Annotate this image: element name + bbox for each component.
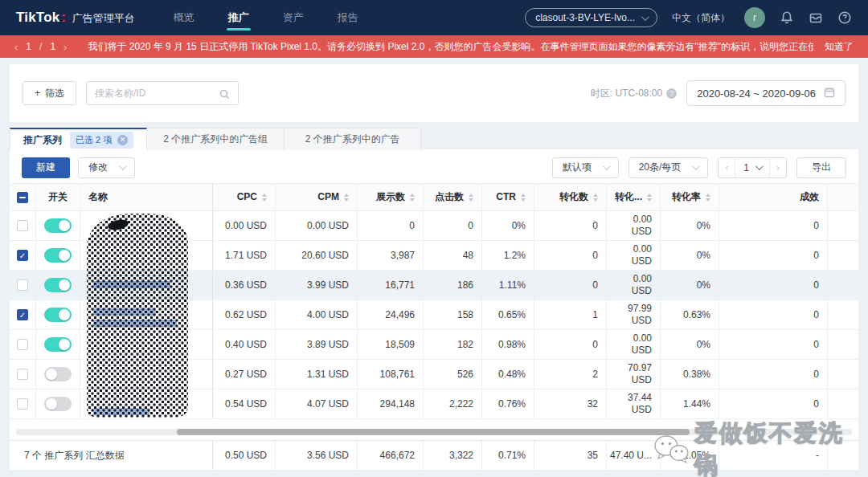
- row-select-cell: ✓: [10, 300, 36, 329]
- brand-logo[interactable]: TikTok : 广告管理平台: [16, 10, 135, 26]
- column-header-impressions[interactable]: 展示数: [358, 184, 424, 210]
- table-header: 开关 名称 CPC CPM 展示数 点击数 CTR 转化数 转化... 转化率 …: [10, 183, 858, 211]
- sort-icon[interactable]: [593, 194, 598, 202]
- cell-ctr: 0%: [482, 211, 534, 240]
- bell-icon[interactable]: [780, 10, 794, 25]
- help-icon[interactable]: [837, 10, 852, 25]
- banner-next-icon[interactable]: ›: [63, 41, 67, 53]
- page-select[interactable]: 1: [735, 158, 770, 177]
- nav-item-assets[interactable]: 资产: [283, 0, 304, 35]
- cell-clicks: 526: [424, 360, 482, 389]
- cell-conversions: 0: [534, 330, 607, 359]
- nav-item-promotion[interactable]: 推广: [228, 0, 249, 35]
- cell-conversions: 32: [534, 389, 607, 418]
- language-selector[interactable]: 中文（简体）: [672, 11, 730, 25]
- date-range-picker[interactable]: 2020-08-24 ~ 2020-09-06: [686, 80, 845, 106]
- row-checkbox[interactable]: [17, 398, 28, 410]
- sort-icon[interactable]: [706, 194, 710, 202]
- banner-message: 我们将于 2020 年 9 月 15 日正式停用 TikTok Pixel 1.…: [88, 40, 813, 54]
- status-toggle[interactable]: [44, 367, 72, 381]
- plus-icon: +: [35, 88, 40, 99]
- prev-page-icon[interactable]: ‹: [719, 158, 735, 177]
- sort-icon[interactable]: [344, 194, 349, 202]
- row-checkbox[interactable]: ✓: [17, 250, 28, 261]
- banner-prev-icon[interactable]: ‹: [14, 41, 18, 53]
- row-select-cell: [10, 389, 36, 418]
- row-checkbox[interactable]: [17, 339, 28, 350]
- column-header-results: 成效: [719, 184, 828, 210]
- info-icon[interactable]: ?: [666, 88, 677, 99]
- cell-cpc: 0.00 USD: [213, 211, 276, 240]
- banner-page-separator: /: [39, 41, 42, 52]
- status-toggle[interactable]: [44, 397, 72, 411]
- cell-cpc: 1.71 USD: [213, 241, 276, 270]
- search-input[interactable]: [95, 88, 207, 99]
- cell-blank: [828, 389, 858, 418]
- row-checkbox[interactable]: ✓: [17, 309, 28, 320]
- row-checkbox[interactable]: [17, 220, 28, 231]
- sort-icon[interactable]: [262, 194, 267, 202]
- cell-cpm: 4.00 USD: [276, 300, 358, 329]
- status-toggle[interactable]: [44, 218, 72, 233]
- add-filter-button[interactable]: + 筛选: [23, 81, 76, 105]
- column-header-cpa[interactable]: 转化...: [607, 184, 661, 210]
- cell-result: 0: [719, 211, 828, 240]
- censored-name-column: [87, 214, 188, 418]
- column-header-cpc[interactable]: CPC: [213, 184, 276, 210]
- status-toggle[interactable]: [44, 278, 72, 292]
- cell-cpc: 0.27 USD: [213, 360, 276, 389]
- sort-icon[interactable]: [647, 194, 652, 202]
- cell-cpm: 3.89 USD: [276, 330, 358, 359]
- date-range-value: 2020-08-24 ~ 2020-09-06: [697, 88, 816, 100]
- cell-clicks: 186: [424, 271, 482, 300]
- clear-selection-icon[interactable]: ✕: [117, 135, 128, 145]
- tab-campaigns[interactable]: 推广系列 已选 2 项 ✕: [10, 128, 147, 150]
- row-checkbox[interactable]: [17, 369, 28, 380]
- cell-cpa: 0.00 USD: [607, 211, 661, 240]
- sort-icon[interactable]: [469, 194, 473, 202]
- cell-result: 0: [719, 330, 828, 359]
- cell-impressions: 24,496: [358, 300, 424, 329]
- row-checkbox[interactable]: [17, 279, 28, 291]
- page-size-dropdown[interactable]: 20条/每页: [628, 157, 709, 178]
- cell-impressions: 3,987: [358, 241, 424, 270]
- status-toggle[interactable]: [44, 337, 72, 352]
- column-header-cpm[interactable]: CPM: [276, 184, 358, 210]
- column-preset-dropdown[interactable]: 默认项: [552, 157, 619, 178]
- cell-cpa: 0.00 USD: [607, 330, 661, 359]
- banner-dismiss-button[interactable]: 知道了: [825, 40, 854, 54]
- horizontal-scrollbar-thumb[interactable]: [177, 429, 690, 435]
- next-page-icon[interactable]: ›: [770, 158, 786, 177]
- avatar[interactable]: r: [744, 7, 765, 28]
- column-header-conversions[interactable]: 转化数: [534, 184, 607, 210]
- search-icon[interactable]: [219, 88, 230, 99]
- column-header-ctr[interactable]: CTR: [482, 184, 534, 210]
- sort-icon[interactable]: [410, 194, 415, 202]
- column-header-cvr[interactable]: 转化率: [661, 184, 719, 210]
- cell-impressions: 0: [358, 211, 424, 240]
- tab-ads[interactable]: 2 个推广系列中的广告: [285, 128, 421, 150]
- status-toggle[interactable]: [44, 248, 72, 263]
- modify-dropdown[interactable]: 修改: [78, 157, 135, 178]
- export-button[interactable]: 导出: [796, 157, 846, 178]
- tab-adgroups[interactable]: 2 个推广系列中的广告组: [147, 128, 285, 150]
- cell-clicks: 0: [424, 211, 482, 240]
- cell-ctr: 0.65%: [482, 300, 534, 329]
- sort-icon[interactable]: [521, 194, 526, 202]
- inbox-icon[interactable]: [809, 10, 823, 25]
- select-all-checkbox[interactable]: [17, 192, 28, 203]
- nav-item-reports[interactable]: 报告: [338, 0, 358, 35]
- status-toggle[interactable]: [44, 308, 72, 322]
- banner-page-total: 1: [50, 41, 55, 52]
- column-header-clicks[interactable]: 点击数: [424, 184, 482, 210]
- selected-count-badge: 已选 2 项 ✕: [70, 132, 133, 149]
- cell-cvr: 0%: [661, 241, 719, 270]
- account-selector[interactable]: clasout-3-BV-LYE-Ivo...: [525, 8, 657, 27]
- watermark: 爱做饭不爱洗锅: [653, 418, 868, 477]
- cell-result: 0: [719, 360, 828, 389]
- create-button[interactable]: 新建: [22, 157, 70, 178]
- nav-item-overview[interactable]: 概览: [174, 0, 194, 35]
- cell-cpa: 0.00 USD: [607, 271, 661, 300]
- cell-cvr: 1.44%: [661, 389, 719, 418]
- cell-impressions: 18,509: [358, 330, 424, 359]
